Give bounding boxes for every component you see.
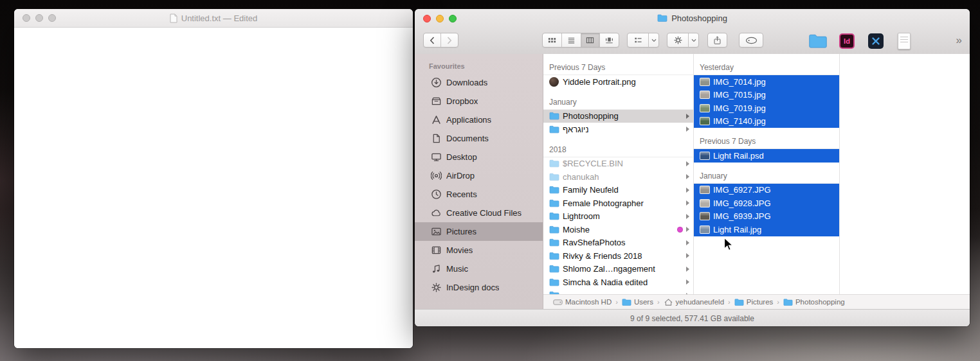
disclosure-triangle-icon[interactable] <box>686 127 689 132</box>
file-name: Light Rail.jpg <box>713 225 761 234</box>
file-row[interactable]: Family Neufeld <box>543 184 693 197</box>
disclosure-triangle-icon[interactable] <box>686 227 689 232</box>
pathbar-separator: › <box>615 298 619 306</box>
finder-column-3-empty[interactable] <box>840 54 970 294</box>
disclosure-triangle-icon[interactable] <box>686 200 689 206</box>
sidebar-item-music[interactable]: Music <box>415 260 543 278</box>
file-row[interactable]: Light Rail.jpg <box>694 223 839 236</box>
file-name: Simcha & Nadia edited <box>563 277 648 287</box>
share-button[interactable] <box>707 33 727 48</box>
sidebar-item-label: Downloads <box>446 78 487 87</box>
textedit-titlebar[interactable]: Untitled.txt — Edited <box>14 9 413 28</box>
file-name: Yiddele Portrait.png <box>563 77 636 87</box>
pathbar-item-macintosh-hd[interactable]: Macintosh HD <box>553 298 612 306</box>
icon-view-button[interactable] <box>543 33 561 47</box>
arrange-button[interactable] <box>627 33 659 48</box>
file-row[interactable]: RavShefaPhotos <box>543 236 693 250</box>
sidebar-item-label: InDesign docs <box>446 283 499 292</box>
file-row[interactable]: IMG_6927.JPG <box>694 184 839 197</box>
gear-icon <box>667 33 688 47</box>
sidebar-item-indesign-docs[interactable]: InDesign docs <box>415 278 543 297</box>
list-view-button[interactable] <box>561 33 581 47</box>
file-row[interactable]: Light Rail.psd <box>694 149 839 163</box>
sidebar-item-documents[interactable]: Documents <box>415 129 543 148</box>
disclosure-triangle-icon[interactable] <box>686 253 689 258</box>
sidebar-item-recents[interactable]: Recents <box>415 185 543 204</box>
document-app-icon[interactable] <box>893 32 915 50</box>
file-row[interactable]: Simcha & Nadia edited <box>543 276 693 289</box>
file-row[interactable]: Shlomo Zal…ngagement <box>543 263 693 276</box>
file-row[interactable]: Moishe <box>543 223 693 236</box>
sidebar-item-label: Dropbox <box>446 96 478 106</box>
file-row[interactable]: IMG_7014.jpg <box>694 75 839 89</box>
pathbar-item-pictures[interactable]: Pictures <box>734 298 774 306</box>
file-name: chanukah <box>563 172 599 182</box>
file-group: Previous 7 DaysYiddele Portrait.png <box>543 58 693 89</box>
creative-cloud-icon <box>431 207 442 218</box>
folder-icon <box>549 225 559 234</box>
nav-buttons <box>423 33 458 48</box>
file-name: IMG_7015.jpg <box>713 90 766 100</box>
finder-titlebar[interactable]: Photoshopping <box>415 9 970 55</box>
disclosure-triangle-icon[interactable] <box>686 267 689 272</box>
disclosure-triangle-icon[interactable] <box>686 161 689 166</box>
file-name: IMG_6927.JPG <box>713 185 771 195</box>
folder-proxy-icon <box>657 14 667 22</box>
pathbar-item-users[interactable]: Users <box>622 298 653 306</box>
disk-icon <box>553 298 563 306</box>
file-row[interactable]: IMG_7019.jpg <box>694 101 839 115</box>
file-row[interactable]: IMG_6928.JPG <box>694 197 839 210</box>
pathbar-item-photoshopping[interactable]: Photoshopping <box>783 298 845 306</box>
toolbar-overflow-chevron[interactable]: » <box>956 34 962 47</box>
file-name: RavShefaPhotos <box>563 238 626 247</box>
file-row[interactable]: Lightroom <box>543 210 693 224</box>
dark-blue-x-app-icon[interactable] <box>865 32 887 50</box>
file-row[interactable]: Yiddele Portrait.png <box>543 75 693 89</box>
column-view-button[interactable] <box>581 33 600 47</box>
disclosure-triangle-icon[interactable] <box>686 114 689 119</box>
disclosure-triangle-icon[interactable] <box>686 279 689 285</box>
file-row[interactable]: chanukah <box>543 170 693 184</box>
file-row[interactable] <box>543 289 693 295</box>
indesign-app-icon[interactable]: Id <box>836 32 858 50</box>
file-row[interactable]: IMG_7015.jpg <box>694 89 839 102</box>
sidebar-item-airdrop[interactable]: AirDrop <box>415 166 543 185</box>
file-row[interactable]: IMG_7140.jpg <box>694 115 839 128</box>
file-row[interactable]: IMG_6939.JPG <box>694 210 839 224</box>
pathbar-item-yehudaneufeld[interactable]: yehudaneufeld <box>664 298 724 306</box>
action-menu-button[interactable] <box>667 33 699 48</box>
file-row[interactable]: Rivky & Friends 2018 <box>543 249 693 263</box>
sidebar-item-label: Pictures <box>446 227 476 236</box>
pathbar-item-label: Users <box>634 298 653 306</box>
sidebar-item-dropbox[interactable]: Dropbox <box>415 92 543 110</box>
file-row[interactable]: $RECYCLE.BIN <box>543 157 693 171</box>
sidebar-item-downloads[interactable]: Downloads <box>415 73 543 92</box>
thumbnail <box>700 104 710 112</box>
thumbnail <box>700 91 710 99</box>
folder-app-icon[interactable] <box>807 32 829 50</box>
disclosure-triangle-icon[interactable] <box>686 188 689 193</box>
file-row[interactable]: Photoshopping <box>543 110 693 123</box>
back-button[interactable] <box>424 33 440 47</box>
disclosure-triangle-icon[interactable] <box>686 240 689 245</box>
tags-button[interactable] <box>739 33 763 48</box>
file-row[interactable]: Female Photographer <box>543 197 693 210</box>
group-header: Yesterday <box>694 58 839 75</box>
file-row[interactable]: ניוגראף <box>543 123 693 136</box>
forward-button[interactable] <box>440 33 458 47</box>
file-name: $RECYCLE.BIN <box>563 159 623 168</box>
coverflow-view-button[interactable] <box>599 33 619 47</box>
textedit-text-area[interactable] <box>14 28 413 348</box>
sidebar-item-applications[interactable]: Applications <box>415 110 543 129</box>
file-name: IMG_7019.jpg <box>713 103 766 113</box>
file-name: IMG_6928.JPG <box>713 198 771 208</box>
textedit-title: Untitled.txt — Edited <box>14 9 413 27</box>
sidebar-item-pictures[interactable]: Pictures <box>415 222 543 241</box>
disclosure-triangle-icon[interactable] <box>686 174 689 179</box>
disclosure-triangle-icon[interactable] <box>686 214 689 219</box>
image-icon <box>699 212 710 220</box>
sidebar-item-movies[interactable]: Movies <box>415 241 543 260</box>
folder-icon <box>549 252 559 260</box>
sidebar-item-desktop[interactable]: Desktop <box>415 148 543 166</box>
sidebar-item-creative-cloud-files[interactable]: Creative Cloud Files <box>415 204 543 222</box>
